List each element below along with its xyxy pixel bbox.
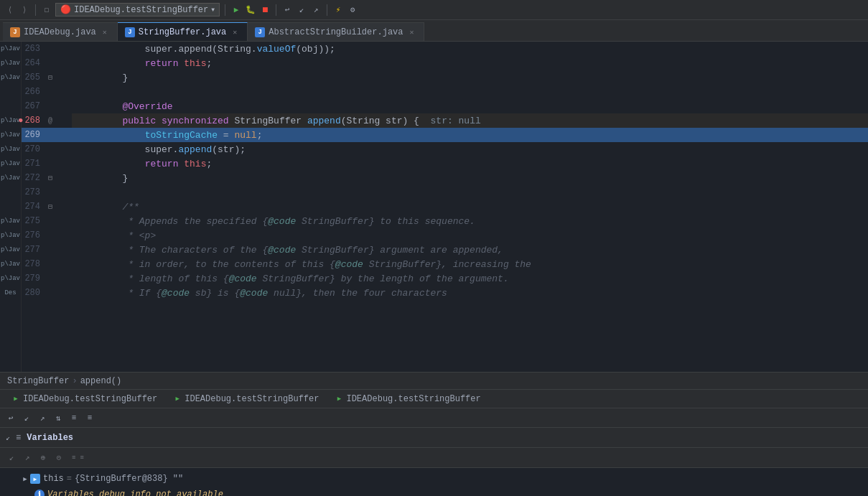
linenum-265: 265 <box>22 72 43 83</box>
variables-toolbar: ↙ ↗ ⊕ ⊝ ≡ ≡ <box>0 448 868 468</box>
toolbar-step-over[interactable]: ↩ <box>281 4 293 16</box>
linenum-269: 269 <box>22 130 43 140</box>
gutter-263: p\Jav <box>0 42 21 56</box>
code-line-275: * Appends the specified {@code StringBuf… <box>72 214 868 228</box>
toolbar-settings[interactable]: ⚙ <box>347 4 358 16</box>
tab-stringbuffer[interactable]: J StringBuffer.java ✕ <box>118 22 248 41</box>
code-line-272: } <box>72 171 868 185</box>
code-line-267: @Override <box>72 99 868 113</box>
debug-tab-1-icon: ▶ <box>11 395 20 403</box>
debug-resume[interactable]: ⇅ <box>52 411 65 424</box>
linenum-264: 264 <box>22 58 43 68</box>
var-toolbar-up[interactable]: ↗ <box>22 452 33 464</box>
gutter-275: p\Jav <box>0 214 21 228</box>
toolbar-stop-icon[interactable]: ⏹ <box>259 4 271 16</box>
tab-icon-abstractstringbuilder: J <box>255 27 265 37</box>
var-name-this: this <box>43 474 64 484</box>
linenum-280: 280 <box>22 288 43 298</box>
tab-ideadebug[interactable]: J IDEADebug.java ✕ <box>3 22 118 41</box>
debug-tab-3[interactable]: ▶ IDEADebug.testStringBuffer <box>327 390 487 408</box>
linenum-278: 278 <box>22 259 43 269</box>
breadcrumb-append[interactable]: append() <box>80 376 122 386</box>
var-row-info: ℹ Variables debug info not available <box>0 487 868 496</box>
variables-expand-icon[interactable]: ↙ <box>6 434 10 442</box>
gutter-267 <box>0 99 21 113</box>
toolbar-build[interactable]: ⚡ <box>332 4 344 16</box>
tab-close-ideadebug[interactable]: ✕ <box>100 27 110 37</box>
code-line-263: super.append(String.valueOf(obj)); <box>72 42 868 56</box>
linenum-274: 274 <box>22 202 43 212</box>
var-row-this[interactable]: ▶ ▶ this = {StringBuffer@838} "" <box>0 471 868 487</box>
linerow-277: 277 <box>22 243 72 257</box>
linerow-268: ● 268 @ <box>22 113 72 128</box>
code-line-280: * If {@code sb} is {@code null}, then th… <box>72 286 868 300</box>
breakpoint-icon-268: ● <box>18 116 23 126</box>
var-toolbar-add[interactable]: ⊕ <box>37 452 49 464</box>
code-line-277: * The characters of the {@code StringBuf… <box>72 243 868 257</box>
debug-step-over[interactable]: ↩ <box>4 411 17 424</box>
code-268: public synchronized StringBuffer append(… <box>78 116 481 126</box>
code-278: * in order, to the contents of this {@co… <box>78 259 531 270</box>
toolbar-sep-3 <box>276 4 276 16</box>
toolbar-icon-back[interactable]: ⟨ <box>4 4 16 16</box>
code-line-271: return this; <box>72 156 868 171</box>
code-277: * The characters of the {@code StringBuf… <box>78 245 503 256</box>
code-line-273 <box>72 185 868 200</box>
tab-close-stringbuffer[interactable]: ✕ <box>230 27 240 37</box>
var-expand-this[interactable]: ▶ <box>20 474 30 484</box>
debug-more[interactable]: ≡ <box>83 411 96 424</box>
toolbar-step-out[interactable]: ↗ <box>310 4 322 16</box>
toolbar-icon-file[interactable]: ◻ <box>41 4 52 16</box>
var-toolbar-icon-extra2[interactable]: ≡ <box>80 454 83 462</box>
var-toolbar-remove[interactable]: ⊝ <box>53 452 65 464</box>
toolbar-sep-2 <box>225 4 225 16</box>
gutter-266 <box>0 85 21 99</box>
debug-frames[interactable]: ≡ <box>67 411 80 424</box>
code-line-276: * <p> <box>72 228 868 243</box>
toolbar-debug-icon[interactable]: 🐛 <box>245 4 256 16</box>
linerow-272: 272 ⊟ <box>22 171 72 185</box>
linerow-265: 265 ⊟ <box>22 70 72 85</box>
code-275: * Appends the specified {@code StringBuf… <box>78 216 475 227</box>
editor-tab-bar: J IDEADebug.java ✕ J StringBuffer.java ✕… <box>0 20 868 42</box>
debug-tab-1[interactable]: ▶ IDEADebug.testStringBuffer <box>4 390 164 408</box>
variables-content: ▶ ▶ this = {StringBuffer@838} "" ℹ Varia… <box>0 468 868 496</box>
toolbar-run-icon[interactable]: ▶ <box>230 4 242 16</box>
toolbar-icon-forward[interactable]: ⟩ <box>19 4 30 16</box>
linenum-266: 266 <box>22 87 43 97</box>
foldable-265: ⊟ <box>43 73 57 82</box>
linerow-276: 276 <box>22 228 72 243</box>
debug-force-step[interactable]: ↗ <box>36 411 49 424</box>
linenum-276: 276 <box>22 230 43 240</box>
toolbar-sep-1 <box>35 4 36 16</box>
code-content[interactable]: super.append(String.valueOf(obj)); retur… <box>72 42 868 372</box>
debug-tab-1-label: IDEADebug.testStringBuffer <box>23 394 157 404</box>
variables-title: Variables <box>27 433 73 443</box>
breadcrumb-stringbuffer[interactable]: StringBuffer <box>7 376 69 386</box>
debug-tab-2[interactable]: ▶ IDEADebug.testStringBuffer <box>166 390 326 408</box>
tab-abstractstringbuilder[interactable]: J AbstractStringBuilder.java ✕ <box>248 22 424 41</box>
gutter-280: Des <box>0 286 21 300</box>
code-269: toStringCache = null; <box>78 130 262 141</box>
gutter-264: p\Jav <box>0 56 21 70</box>
var-eq-this: = <box>67 474 72 484</box>
linenum-273: 273 <box>22 187 43 197</box>
tab-close-abstractstringbuilder[interactable]: ✕ <box>406 27 416 37</box>
var-toolbar-icon-extra[interactable]: ≡ <box>72 454 75 462</box>
gutter-279: p\Jav <box>0 271 21 286</box>
debug-config-dropdown[interactable]: 🔴 IDEADebug.testStringBuffer ▼ <box>55 3 220 17</box>
gutter-269: p\Jav <box>0 128 21 142</box>
linenum-275: 275 <box>22 216 43 226</box>
debug-step-into[interactable]: ↙ <box>20 411 33 424</box>
debug-tab-2-label: IDEADebug.testStringBuffer <box>185 394 319 404</box>
toolbar-step-into[interactable]: ↙ <box>296 4 307 16</box>
foldable-272: ⊟ <box>43 174 57 182</box>
linenum-277: 277 <box>22 245 43 255</box>
linenum-279: 279 <box>22 273 43 284</box>
debug-config-label: IDEADebug.testStringBuffer <box>74 5 208 15</box>
var-toolbar-down[interactable]: ↙ <box>6 452 17 464</box>
code-line-270: super.append(str); <box>72 142 868 156</box>
debug-session-tabs: ▶ IDEADebug.testStringBuffer ▶ IDEADebug… <box>0 389 868 408</box>
code-272: } <box>78 173 128 184</box>
linerow-280: 280 <box>22 286 72 300</box>
